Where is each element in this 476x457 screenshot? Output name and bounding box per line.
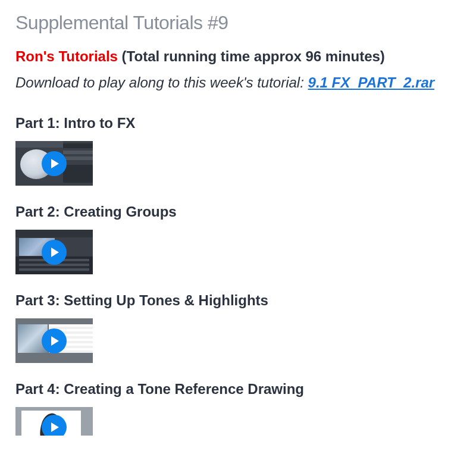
play-icon	[42, 328, 67, 353]
video-thumbnail-part-3[interactable]	[15, 318, 93, 363]
part-title-2: Part 2: Creating Groups	[15, 204, 461, 220]
download-prefix: Download to play along to this week's tu…	[15, 74, 308, 90]
running-time-text: (Total running time approx 96 minutes)	[118, 48, 385, 64]
video-thumbnail-part-1[interactable]	[15, 141, 93, 186]
play-icon	[42, 415, 67, 436]
video-thumbnail-part-4[interactable]	[15, 407, 93, 436]
play-icon	[42, 240, 67, 265]
part-title-1: Part 1: Intro to FX	[15, 115, 461, 132]
part-title-3: Part 3: Setting Up Tones & Highlights	[15, 292, 461, 309]
play-icon	[42, 151, 67, 176]
download-link[interactable]: 9.1 FX_PART_2.rar	[308, 74, 435, 90]
download-line: Download to play along to this week's tu…	[15, 74, 461, 91]
author-name: Ron's Tutorials	[15, 48, 118, 64]
video-thumbnail-part-2[interactable]	[15, 230, 93, 274]
subtitle-line: Ron's Tutorials (Total running time appr…	[15, 48, 461, 65]
part-title-4: Part 4: Creating a Tone Reference Drawin…	[15, 381, 461, 397]
page-title: Supplemental Tutorials #9	[15, 12, 461, 34]
